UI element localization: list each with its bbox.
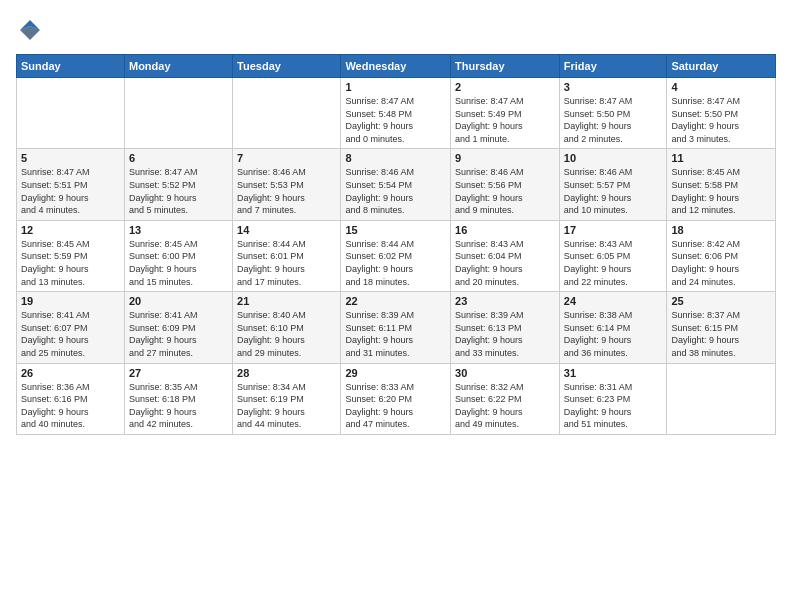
weekday-wednesday: Wednesday (341, 55, 451, 78)
day-number: 4 (671, 81, 771, 93)
weekday-monday: Monday (124, 55, 232, 78)
day-info: Sunrise: 8:42 AM Sunset: 6:06 PM Dayligh… (671, 238, 771, 288)
day-info: Sunrise: 8:47 AM Sunset: 5:48 PM Dayligh… (345, 95, 446, 145)
day-info: Sunrise: 8:31 AM Sunset: 6:23 PM Dayligh… (564, 381, 663, 431)
week-row-3: 12Sunrise: 8:45 AM Sunset: 5:59 PM Dayli… (17, 220, 776, 291)
day-info: Sunrise: 8:39 AM Sunset: 6:11 PM Dayligh… (345, 309, 446, 359)
calendar-cell: 11Sunrise: 8:45 AM Sunset: 5:58 PM Dayli… (667, 149, 776, 220)
day-info: Sunrise: 8:40 AM Sunset: 6:10 PM Dayligh… (237, 309, 336, 359)
weekday-friday: Friday (559, 55, 667, 78)
day-number: 9 (455, 152, 555, 164)
calendar-cell: 3Sunrise: 8:47 AM Sunset: 5:50 PM Daylig… (559, 78, 667, 149)
calendar-cell: 25Sunrise: 8:37 AM Sunset: 6:15 PM Dayli… (667, 292, 776, 363)
day-info: Sunrise: 8:38 AM Sunset: 6:14 PM Dayligh… (564, 309, 663, 359)
calendar-cell: 19Sunrise: 8:41 AM Sunset: 6:07 PM Dayli… (17, 292, 125, 363)
day-number: 27 (129, 367, 228, 379)
calendar-cell: 10Sunrise: 8:46 AM Sunset: 5:57 PM Dayli… (559, 149, 667, 220)
day-number: 7 (237, 152, 336, 164)
day-info: Sunrise: 8:45 AM Sunset: 5:59 PM Dayligh… (21, 238, 120, 288)
calendar-cell: 17Sunrise: 8:43 AM Sunset: 6:05 PM Dayli… (559, 220, 667, 291)
calendar-cell: 14Sunrise: 8:44 AM Sunset: 6:01 PM Dayli… (233, 220, 341, 291)
calendar-cell: 26Sunrise: 8:36 AM Sunset: 6:16 PM Dayli… (17, 363, 125, 434)
calendar-cell: 4Sunrise: 8:47 AM Sunset: 5:50 PM Daylig… (667, 78, 776, 149)
calendar-cell: 23Sunrise: 8:39 AM Sunset: 6:13 PM Dayli… (451, 292, 560, 363)
week-row-1: 1Sunrise: 8:47 AM Sunset: 5:48 PM Daylig… (17, 78, 776, 149)
day-info: Sunrise: 8:46 AM Sunset: 5:53 PM Dayligh… (237, 166, 336, 216)
day-info: Sunrise: 8:47 AM Sunset: 5:50 PM Dayligh… (671, 95, 771, 145)
day-info: Sunrise: 8:41 AM Sunset: 6:07 PM Dayligh… (21, 309, 120, 359)
calendar-cell: 28Sunrise: 8:34 AM Sunset: 6:19 PM Dayli… (233, 363, 341, 434)
calendar-cell: 9Sunrise: 8:46 AM Sunset: 5:56 PM Daylig… (451, 149, 560, 220)
day-info: Sunrise: 8:46 AM Sunset: 5:54 PM Dayligh… (345, 166, 446, 216)
calendar-cell (17, 78, 125, 149)
day-info: Sunrise: 8:35 AM Sunset: 6:18 PM Dayligh… (129, 381, 228, 431)
day-info: Sunrise: 8:47 AM Sunset: 5:49 PM Dayligh… (455, 95, 555, 145)
week-row-5: 26Sunrise: 8:36 AM Sunset: 6:16 PM Dayli… (17, 363, 776, 434)
day-info: Sunrise: 8:46 AM Sunset: 5:56 PM Dayligh… (455, 166, 555, 216)
calendar-cell: 1Sunrise: 8:47 AM Sunset: 5:48 PM Daylig… (341, 78, 451, 149)
day-info: Sunrise: 8:37 AM Sunset: 6:15 PM Dayligh… (671, 309, 771, 359)
calendar-cell: 22Sunrise: 8:39 AM Sunset: 6:11 PM Dayli… (341, 292, 451, 363)
day-number: 24 (564, 295, 663, 307)
weekday-saturday: Saturday (667, 55, 776, 78)
calendar-cell: 24Sunrise: 8:38 AM Sunset: 6:14 PM Dayli… (559, 292, 667, 363)
day-number: 21 (237, 295, 336, 307)
day-info: Sunrise: 8:46 AM Sunset: 5:57 PM Dayligh… (564, 166, 663, 216)
calendar-cell: 13Sunrise: 8:45 AM Sunset: 6:00 PM Dayli… (124, 220, 232, 291)
day-number: 6 (129, 152, 228, 164)
header (16, 16, 776, 44)
day-number: 8 (345, 152, 446, 164)
day-info: Sunrise: 8:33 AM Sunset: 6:20 PM Dayligh… (345, 381, 446, 431)
calendar-cell (667, 363, 776, 434)
day-number: 29 (345, 367, 446, 379)
day-number: 5 (21, 152, 120, 164)
calendar-cell: 16Sunrise: 8:43 AM Sunset: 6:04 PM Dayli… (451, 220, 560, 291)
day-number: 20 (129, 295, 228, 307)
day-number: 31 (564, 367, 663, 379)
day-info: Sunrise: 8:47 AM Sunset: 5:52 PM Dayligh… (129, 166, 228, 216)
day-number: 28 (237, 367, 336, 379)
day-info: Sunrise: 8:41 AM Sunset: 6:09 PM Dayligh… (129, 309, 228, 359)
calendar-cell: 6Sunrise: 8:47 AM Sunset: 5:52 PM Daylig… (124, 149, 232, 220)
weekday-thursday: Thursday (451, 55, 560, 78)
day-number: 10 (564, 152, 663, 164)
day-number: 1 (345, 81, 446, 93)
day-number: 22 (345, 295, 446, 307)
day-info: Sunrise: 8:44 AM Sunset: 6:01 PM Dayligh… (237, 238, 336, 288)
day-number: 19 (21, 295, 120, 307)
day-number: 14 (237, 224, 336, 236)
logo-icon (16, 16, 44, 44)
week-row-2: 5Sunrise: 8:47 AM Sunset: 5:51 PM Daylig… (17, 149, 776, 220)
calendar-cell (124, 78, 232, 149)
calendar-cell: 5Sunrise: 8:47 AM Sunset: 5:51 PM Daylig… (17, 149, 125, 220)
day-number: 23 (455, 295, 555, 307)
calendar-cell: 27Sunrise: 8:35 AM Sunset: 6:18 PM Dayli… (124, 363, 232, 434)
day-info: Sunrise: 8:43 AM Sunset: 6:05 PM Dayligh… (564, 238, 663, 288)
day-number: 17 (564, 224, 663, 236)
day-number: 3 (564, 81, 663, 93)
day-info: Sunrise: 8:45 AM Sunset: 6:00 PM Dayligh… (129, 238, 228, 288)
calendar-cell: 7Sunrise: 8:46 AM Sunset: 5:53 PM Daylig… (233, 149, 341, 220)
day-number: 30 (455, 367, 555, 379)
day-number: 2 (455, 81, 555, 93)
day-number: 16 (455, 224, 555, 236)
day-number: 12 (21, 224, 120, 236)
calendar-cell: 15Sunrise: 8:44 AM Sunset: 6:02 PM Dayli… (341, 220, 451, 291)
calendar-cell: 21Sunrise: 8:40 AM Sunset: 6:10 PM Dayli… (233, 292, 341, 363)
day-info: Sunrise: 8:47 AM Sunset: 5:51 PM Dayligh… (21, 166, 120, 216)
day-number: 15 (345, 224, 446, 236)
page: SundayMondayTuesdayWednesdayThursdayFrid… (0, 0, 792, 612)
logo (16, 16, 46, 44)
calendar-cell: 29Sunrise: 8:33 AM Sunset: 6:20 PM Dayli… (341, 363, 451, 434)
day-info: Sunrise: 8:43 AM Sunset: 6:04 PM Dayligh… (455, 238, 555, 288)
weekday-header: SundayMondayTuesdayWednesdayThursdayFrid… (17, 55, 776, 78)
day-number: 25 (671, 295, 771, 307)
day-info: Sunrise: 8:47 AM Sunset: 5:50 PM Dayligh… (564, 95, 663, 145)
calendar-cell: 18Sunrise: 8:42 AM Sunset: 6:06 PM Dayli… (667, 220, 776, 291)
day-number: 13 (129, 224, 228, 236)
day-info: Sunrise: 8:45 AM Sunset: 5:58 PM Dayligh… (671, 166, 771, 216)
calendar-cell: 20Sunrise: 8:41 AM Sunset: 6:09 PM Dayli… (124, 292, 232, 363)
day-number: 18 (671, 224, 771, 236)
day-number: 11 (671, 152, 771, 164)
day-info: Sunrise: 8:34 AM Sunset: 6:19 PM Dayligh… (237, 381, 336, 431)
